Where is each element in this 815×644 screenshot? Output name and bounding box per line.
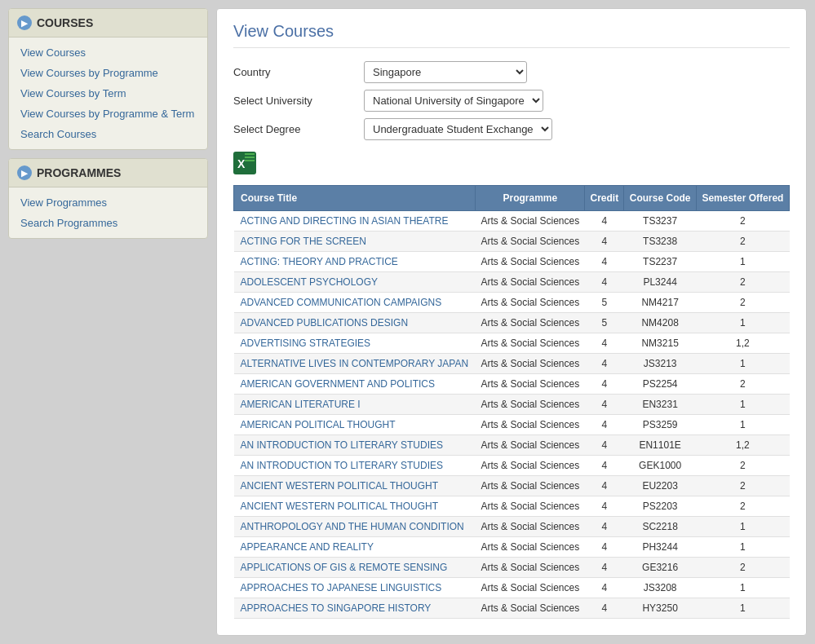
course-code-cell: PH3244 [624, 537, 696, 558]
filter-row-university: Select University National University of… [233, 90, 790, 112]
credit-cell: 4 [585, 354, 624, 374]
credit-cell: 4 [585, 578, 624, 598]
sidebar-link-search-courses[interactable]: Search Courses [9, 124, 207, 144]
programmes-icon: ▶ [17, 165, 32, 180]
credit-cell: 4 [585, 333, 624, 354]
credit-cell: 4 [585, 415, 624, 435]
table-row: ADVANCED COMMUNICATION CAMPAIGNSArts & S… [234, 293, 790, 313]
programme-cell: Arts & Social Sciences [476, 598, 585, 619]
semester-cell: 2 [696, 293, 789, 313]
th-semester-offered: Semester Offered [696, 186, 789, 211]
course-title-cell[interactable]: AMERICAN LITERATURE I [234, 395, 476, 415]
sidebar-programmes-header: ▶ PROGRAMMES [9, 159, 207, 187]
semester-cell: 1,2 [696, 435, 789, 456]
semester-cell: 1 [696, 395, 789, 415]
course-code-cell: TS3237 [624, 211, 696, 232]
course-code-cell: EN3231 [624, 395, 696, 415]
courses-icon: ▶ [17, 15, 32, 30]
table-row: AN INTRODUCTION TO LITERARY STUDIESArts … [234, 456, 790, 476]
sidebar-courses-section: ▶ COURSES View Courses View Courses by P… [8, 8, 208, 150]
credit-cell: 5 [585, 313, 624, 333]
programme-cell: Arts & Social Sciences [476, 578, 585, 598]
course-title-cell[interactable]: APPROACHES TO JAPANESE LINGUISTICS [234, 578, 476, 598]
semester-cell: 2 [696, 456, 789, 476]
credit-cell: 4 [585, 598, 624, 619]
svg-rect-4 [245, 160, 255, 161]
sidebar-courses-title: COURSES [37, 16, 93, 29]
sidebar-programmes-section: ▶ PROGRAMMES View Programmes Search Prog… [8, 158, 208, 239]
programme-cell: Arts & Social Sciences [476, 435, 585, 456]
course-title-cell[interactable]: ADVANCED PUBLICATIONS DESIGN [234, 313, 476, 333]
semester-cell: 2 [696, 272, 789, 293]
svg-rect-2 [245, 153, 255, 155]
course-title-cell[interactable]: AN INTRODUCTION TO LITERARY STUDIES [234, 456, 476, 476]
course-title-cell[interactable]: ADVERTISING STRATEGIES [234, 333, 476, 354]
programme-cell: Arts & Social Sciences [476, 415, 585, 435]
degree-select[interactable]: Undergraduate Student Exchange [364, 118, 552, 140]
credit-cell: 4 [585, 252, 624, 272]
course-code-cell: TS2237 [624, 252, 696, 272]
semester-cell: 1 [696, 598, 789, 619]
sidebar-link-search-programmes[interactable]: Search Programmes [9, 213, 207, 233]
course-code-cell: GEK1000 [624, 456, 696, 476]
courses-table: Course Title Programme Credit Course Cod… [233, 185, 790, 619]
table-row: ALTERNATIVE LIVES IN CONTEMPORARY JAPANA… [234, 354, 790, 374]
course-title-cell[interactable]: AMERICAN GOVERNMENT AND POLITICS [234, 374, 476, 395]
page-title: View Courses [233, 22, 790, 48]
credit-cell: 4 [585, 232, 624, 252]
filter-row-country: Country Singapore [233, 61, 790, 83]
course-code-cell: EN1101E [624, 435, 696, 456]
university-select[interactable]: National University of Singapore [364, 90, 543, 112]
table-row: ANTHROPOLOGY AND THE HUMAN CONDITIONArts… [234, 517, 790, 537]
course-code-cell: NM4208 [624, 313, 696, 333]
programme-cell: Arts & Social Sciences [476, 232, 585, 252]
course-title-cell[interactable]: ALTERNATIVE LIVES IN CONTEMPORARY JAPAN [234, 354, 476, 374]
credit-cell: 4 [585, 496, 624, 517]
course-code-cell: JS3213 [624, 354, 696, 374]
filter-row-degree: Select Degree Undergraduate Student Exch… [233, 118, 790, 140]
course-title-cell[interactable]: APPEARANCE AND REALITY [234, 537, 476, 558]
table-row: AN INTRODUCTION TO LITERARY STUDIESArts … [234, 435, 790, 456]
course-title-cell[interactable]: AN INTRODUCTION TO LITERARY STUDIES [234, 435, 476, 456]
table-row: APPROACHES TO JAPANESE LINGUISTICSArts &… [234, 578, 790, 598]
programme-cell: Arts & Social Sciences [476, 333, 585, 354]
course-title-cell[interactable]: ANCIENT WESTERN POLITICAL THOUGHT [234, 496, 476, 517]
credit-cell: 4 [585, 558, 624, 578]
programme-cell: Arts & Social Sciences [476, 537, 585, 558]
programme-cell: Arts & Social Sciences [476, 558, 585, 578]
course-title-cell[interactable]: ANTHROPOLOGY AND THE HUMAN CONDITION [234, 517, 476, 537]
course-title-cell[interactable]: ADVANCED COMMUNICATION CAMPAIGNS [234, 293, 476, 313]
sidebar: ▶ COURSES View Courses View Courses by P… [8, 8, 208, 636]
course-title-cell[interactable]: APPLICATIONS OF GIS & REMOTE SENSING [234, 558, 476, 578]
country-select[interactable]: Singapore [364, 61, 527, 83]
course-code-cell: JS3208 [624, 578, 696, 598]
course-title-cell[interactable]: ANCIENT WESTERN POLITICAL THOUGHT [234, 476, 476, 496]
sidebar-courses-links: View Courses View Courses by Programme V… [9, 37, 207, 149]
course-code-cell: PS3259 [624, 415, 696, 435]
course-title-cell[interactable]: ACTING: THEORY AND PRACTICE [234, 252, 476, 272]
course-title-cell[interactable]: ACTING AND DIRECTING IN ASIAN THEATRE [234, 211, 476, 232]
sidebar-link-view-courses[interactable]: View Courses [9, 42, 207, 63]
degree-label: Select Degree [233, 123, 364, 135]
programme-cell: Arts & Social Sciences [476, 211, 585, 232]
sidebar-link-view-courses-by-term[interactable]: View Courses by Term [9, 83, 207, 104]
sidebar-link-view-courses-by-programme-term[interactable]: View Courses by Programme & Term [9, 104, 207, 124]
programme-cell: Arts & Social Sciences [476, 313, 585, 333]
credit-cell: 4 [585, 476, 624, 496]
programme-cell: Arts & Social Sciences [476, 456, 585, 476]
export-excel-button[interactable]: X [233, 152, 790, 177]
semester-cell: 1 [696, 354, 789, 374]
course-title-cell[interactable]: ACTING FOR THE SCREEN [234, 232, 476, 252]
semester-cell: 1 [696, 578, 789, 598]
sidebar-link-view-courses-by-programme[interactable]: View Courses by Programme [9, 63, 207, 83]
programme-cell: Arts & Social Sciences [476, 517, 585, 537]
semester-cell: 2 [696, 211, 789, 232]
course-title-cell[interactable]: ADOLESCENT PSYCHOLOGY [234, 272, 476, 293]
course-title-cell[interactable]: AMERICAN POLITICAL THOUGHT [234, 415, 476, 435]
svg-rect-3 [245, 157, 255, 158]
table-row: ADVERTISING STRATEGIESArts & Social Scie… [234, 333, 790, 354]
course-code-cell: GE3216 [624, 558, 696, 578]
course-title-cell[interactable]: APPROACHES TO SINGAPORE HISTORY [234, 598, 476, 619]
sidebar-link-view-programmes[interactable]: View Programmes [9, 192, 207, 213]
credit-cell: 5 [585, 293, 624, 313]
